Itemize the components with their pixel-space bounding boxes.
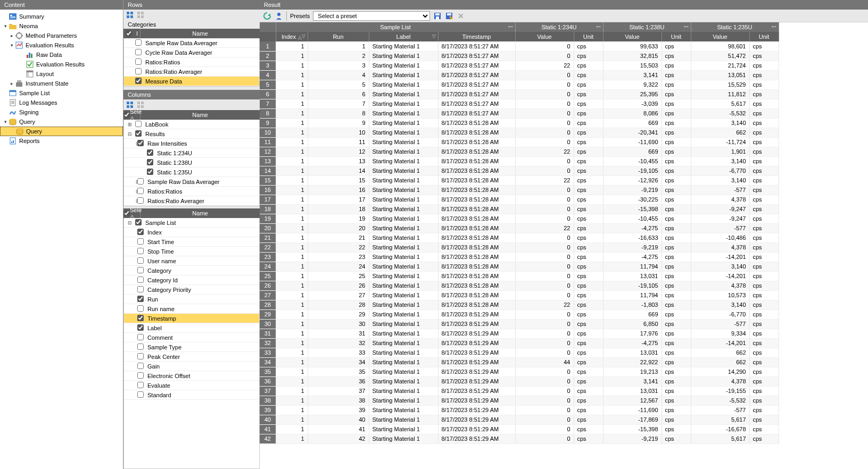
cell-value-234[interactable]: 0	[515, 185, 574, 195]
cell-timestamp[interactable]: 8/17/2023 8:51:29 AM	[438, 424, 515, 434]
cell-value-234[interactable]: 0	[515, 281, 574, 290]
row-number[interactable]: 2	[260, 51, 276, 61]
column-row[interactable]: Evaluate	[124, 381, 259, 390]
row-number[interactable]: 25	[260, 271, 276, 281]
cell-index[interactable]: 1	[276, 319, 308, 329]
cell-label[interactable]: Starting Material 1	[369, 357, 438, 367]
cell-value-235[interactable]: 3,140	[691, 175, 749, 185]
cell-value-235[interactable]: -6,770	[691, 166, 749, 175]
cell-run[interactable]: 9	[308, 118, 369, 128]
cell-value-238[interactable]: 11,794	[603, 290, 662, 300]
column-checkbox[interactable]	[135, 219, 142, 225]
cell-index[interactable]: 1	[276, 415, 308, 424]
cell-value-234[interactable]: 0	[515, 233, 574, 242]
cell-value-235[interactable]: 98,601	[691, 41, 749, 51]
cell-unit[interactable]: cps	[662, 128, 691, 137]
col-unit-234[interactable]: Unit	[574, 32, 603, 41]
row-number[interactable]: 15	[260, 175, 276, 185]
cell-run[interactable]: 4	[308, 70, 369, 80]
cell-label[interactable]: Starting Material 1	[369, 396, 438, 405]
table-row[interactable]: 11 1 11 Starting Material 1 8/17/2023 8:…	[260, 137, 779, 147]
cell-unit[interactable]: cps	[662, 108, 691, 118]
cell-value-235[interactable]: 3,140	[691, 156, 749, 166]
cell-index[interactable]: 1	[276, 367, 308, 376]
refresh-icon[interactable]	[263, 12, 271, 20]
cell-unit[interactable]: cps	[749, 195, 779, 204]
column-row[interactable]: ⊟Results	[124, 129, 259, 139]
cell-value-234[interactable]: 0	[515, 166, 574, 175]
cell-value-238[interactable]: -9,219	[603, 185, 662, 195]
cell-run[interactable]: 27	[308, 290, 369, 300]
cell-value-238[interactable]: 17,976	[603, 329, 662, 338]
cell-unit[interactable]: cps	[662, 434, 691, 443]
cell-value-238[interactable]: -19,105	[603, 281, 662, 290]
cell-index[interactable]: 1	[276, 242, 308, 252]
col-timestamp[interactable]: Timestamp	[438, 32, 515, 41]
group-sample-list[interactable]: Sample List⊷	[276, 22, 515, 32]
cell-label[interactable]: Starting Material 1	[369, 290, 438, 300]
cell-unit[interactable]: cps	[574, 367, 603, 376]
categories-check-all[interactable]	[126, 30, 132, 37]
tree-toggle-icon[interactable]: ▾	[2, 23, 9, 29]
cell-timestamp[interactable]: 8/17/2023 8:51:28 AM	[438, 223, 515, 233]
column-row[interactable]: ⊞LabBook	[124, 120, 259, 129]
filter-icon[interactable]: ▽	[302, 34, 305, 39]
expand-icon[interactable]: ⊟	[126, 141, 136, 146]
row-number[interactable]: 21	[260, 233, 276, 242]
cell-timestamp[interactable]: 8/17/2023 8:51:29 AM	[438, 329, 515, 338]
cell-value-234[interactable]: 0	[515, 137, 574, 147]
table-row[interactable]: 33 1 33 Starting Material 1 8/17/2023 8:…	[260, 348, 779, 357]
column-checkbox[interactable]	[137, 229, 144, 235]
category-row[interactable]: Measure Data	[124, 77, 259, 86]
cell-value-235[interactable]: -16,678	[691, 424, 749, 434]
table-row[interactable]: 7 1 7 Starting Material 1 8/17/2023 8:51…	[260, 99, 779, 108]
cell-timestamp[interactable]: 8/17/2023 8:51:28 AM	[438, 204, 515, 214]
cell-value-234[interactable]: 0	[515, 376, 574, 386]
table-row[interactable]: 35 1 35 Starting Material 1 8/17/2023 8:…	[260, 367, 779, 376]
row-number[interactable]: 17	[260, 195, 276, 204]
tree-node[interactable]: Evaluation Results	[0, 60, 123, 69]
cell-value-238[interactable]: 99,633	[603, 41, 662, 51]
cell-unit[interactable]: cps	[662, 223, 691, 233]
cell-unit[interactable]: cps	[662, 262, 691, 271]
cell-unit[interactable]: cps	[662, 271, 691, 281]
cell-value-234[interactable]: 0	[515, 156, 574, 166]
cell-run[interactable]: 22	[308, 242, 369, 252]
column-row[interactable]: User name	[124, 256, 259, 266]
cell-unit[interactable]: cps	[574, 376, 603, 386]
cell-value-238[interactable]: 3,141	[603, 70, 662, 80]
category-checkbox[interactable]	[135, 49, 142, 55]
category-row[interactable]: Ratios:Ratio Averager	[124, 67, 259, 77]
cell-run[interactable]: 8	[308, 108, 369, 118]
tree-node[interactable]: Reports	[0, 136, 123, 146]
column-row[interactable]: ⊞Ratios:Ratio Averager	[124, 196, 259, 206]
cell-timestamp[interactable]: 8/17/2023 8:51:29 AM	[438, 386, 515, 396]
cell-run[interactable]: 36	[308, 376, 369, 386]
cell-value-238[interactable]: -11,690	[603, 405, 662, 415]
table-row[interactable]: 10 1 10 Starting Material 1 8/17/2023 8:…	[260, 128, 779, 137]
cell-value-238[interactable]: 19,213	[603, 367, 662, 376]
cell-value-238[interactable]: 8,086	[603, 108, 662, 118]
column-row[interactable]: Electronic Offset	[124, 371, 259, 381]
cell-value-235[interactable]: 1,901	[691, 147, 749, 156]
cell-label[interactable]: Starting Material 1	[369, 185, 438, 195]
row-number[interactable]: 13	[260, 156, 276, 166]
tree-toggle-icon[interactable]: ▾	[2, 119, 9, 124]
cell-value-235[interactable]: 3,140	[691, 118, 749, 128]
cell-label[interactable]: Starting Material 1	[369, 252, 438, 262]
cell-timestamp[interactable]: 8/17/2023 8:51:27 AM	[438, 41, 515, 51]
cell-value-234[interactable]: 0	[515, 128, 574, 137]
list-view-icon[interactable]	[136, 11, 145, 19]
row-number[interactable]: 16	[260, 185, 276, 195]
column-checkbox[interactable]	[137, 363, 144, 369]
cell-index[interactable]: 1	[276, 252, 308, 262]
cell-unit[interactable]: cps	[749, 61, 779, 70]
cell-index[interactable]: 1	[276, 89, 308, 99]
cell-unit[interactable]: cps	[749, 271, 779, 281]
cell-unit[interactable]: cps	[749, 309, 779, 319]
cell-value-238[interactable]: -30,225	[603, 195, 662, 204]
cell-unit[interactable]: cps	[749, 175, 779, 185]
cell-index[interactable]: 1	[276, 271, 308, 281]
cell-timestamp[interactable]: 8/17/2023 8:51:28 AM	[438, 214, 515, 223]
cell-run[interactable]: 12	[308, 147, 369, 156]
